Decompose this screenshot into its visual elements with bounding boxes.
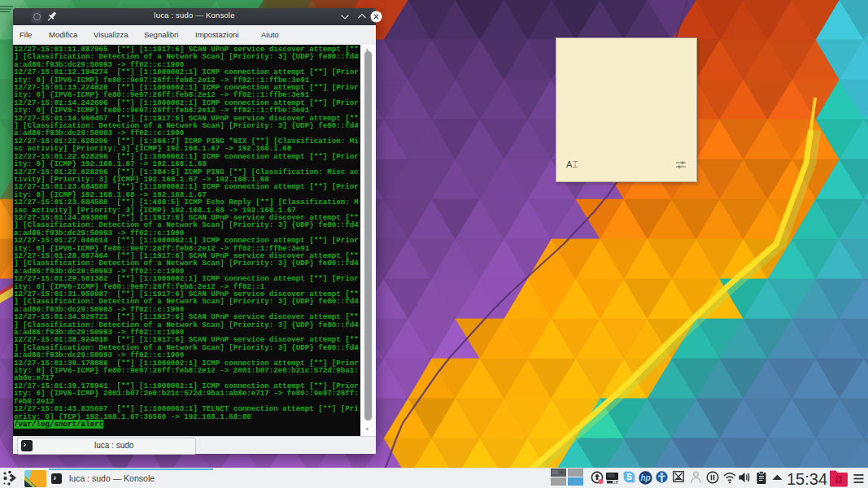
svg-text:S: S	[626, 472, 632, 481]
svg-text:hp: hp	[640, 473, 650, 482]
